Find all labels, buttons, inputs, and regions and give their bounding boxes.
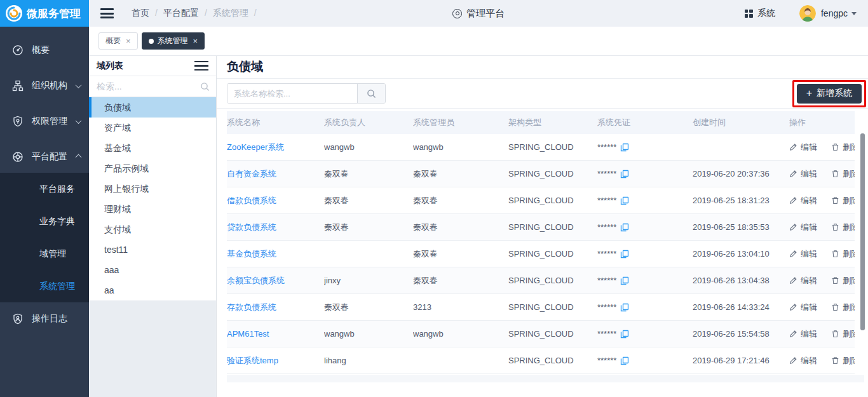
sidebar-item-organization[interactable]: 组织机构 <box>0 70 89 102</box>
edit-button[interactable]: 编辑 <box>789 248 817 260</box>
pencil-icon <box>789 330 797 338</box>
page-tab[interactable]: 系统管理 × <box>142 32 205 50</box>
delete-label: 删除 <box>843 302 855 313</box>
submenu-item[interactable]: 域管理 <box>0 238 89 270</box>
copy-icon[interactable] <box>620 170 629 178</box>
copy-icon[interactable] <box>620 276 629 285</box>
submenu-item[interactable]: 业务字典 <box>0 205 89 238</box>
close-tab-icon[interactable]: × <box>193 37 198 45</box>
trash-icon <box>831 276 839 285</box>
app-logo: 微服务管理 <box>0 0 89 27</box>
system-name-link[interactable]: 存款负债系统 <box>227 302 324 313</box>
row-actions: 编辑 删除 <box>789 328 855 340</box>
submenu-item[interactable]: 系统管理 <box>0 270 89 302</box>
system-name-link[interactable]: 自有资金系统 <box>227 168 324 180</box>
system-admin: 秦双春 <box>413 195 508 206</box>
add-system-button[interactable]: + 新增系统 <box>797 84 862 104</box>
sidebar-item-platform-config[interactable]: 平台配置 <box>0 141 89 173</box>
domain-panel-menu-icon[interactable] <box>194 61 208 71</box>
system-name-link[interactable]: 验证系统temp <box>227 355 324 367</box>
delete-button[interactable]: 删除 <box>831 328 855 340</box>
credential-mask: ****** <box>597 302 616 312</box>
domain-search-input[interactable] <box>89 76 216 97</box>
edit-button[interactable]: 编辑 <box>789 142 817 153</box>
breadcrumb-item[interactable]: 系统管理 <box>213 8 262 19</box>
table-scrollbar-thumb[interactable] <box>860 133 865 330</box>
edit-button[interactable]: 编辑 <box>789 355 817 367</box>
edit-label: 编辑 <box>801 222 817 233</box>
collapse-sidebar-icon[interactable] <box>100 8 114 18</box>
credential-mask: ****** <box>597 142 616 152</box>
created-time: 2019-06-29 17:21:46 <box>693 356 789 365</box>
edit-label: 编辑 <box>801 275 817 286</box>
main-content: 负债域 + 新增系统 <box>217 56 868 397</box>
copy-icon[interactable] <box>620 196 629 205</box>
row-actions: 编辑 删除 <box>789 248 855 260</box>
copy-icon[interactable] <box>620 303 629 312</box>
domain-list-item[interactable]: 理财域 <box>89 199 216 219</box>
system-name-link[interactable]: 借款负债系统 <box>227 195 324 206</box>
domain-list-item[interactable]: 网上银行域 <box>89 178 216 199</box>
system-name-link[interactable]: 贷款负债系统 <box>227 222 324 233</box>
domain-list-item[interactable]: 负债域 <box>89 97 216 118</box>
system-name-link[interactable]: 余额宝负债系统 <box>227 275 324 286</box>
domain-list-item[interactable]: aa <box>89 280 216 300</box>
search-icon <box>367 89 376 98</box>
breadcrumb-item[interactable]: 平台配置 <box>163 8 213 19</box>
delete-button[interactable]: 删除 <box>831 222 855 233</box>
edit-button[interactable]: 编辑 <box>789 328 817 340</box>
page-tab[interactable]: 概要 × <box>98 32 138 50</box>
user-menu-caret-icon[interactable] <box>851 12 857 18</box>
username[interactable]: fengpc <box>821 8 848 18</box>
edit-button[interactable]: 编辑 <box>789 168 817 180</box>
delete-button[interactable]: 删除 <box>831 142 855 153</box>
system-search-button[interactable] <box>357 84 385 103</box>
edit-button[interactable]: 编辑 <box>789 222 817 233</box>
system-owner: jinxy <box>324 276 413 285</box>
breadcrumb: 首页 平台配置 系统管理 <box>132 8 262 19</box>
domain-list-item[interactable]: test11 <box>89 239 216 260</box>
platform-header: 管理平台 <box>452 8 505 20</box>
credential-mask: ****** <box>597 356 616 365</box>
system-admin: 秦双春 <box>413 168 508 180</box>
domain-list-item[interactable]: 支付域 <box>89 219 216 239</box>
copy-icon[interactable] <box>620 356 629 365</box>
avatar-image <box>799 5 816 22</box>
architecture-type: SPRING_CLOUD <box>508 356 597 365</box>
delete-button[interactable]: 删除 <box>831 248 855 260</box>
row-actions: 编辑 删除 <box>789 142 855 153</box>
delete-button[interactable]: 删除 <box>831 168 855 180</box>
edit-button[interactable]: 编辑 <box>789 195 817 206</box>
user-avatar[interactable] <box>799 5 816 22</box>
system-name-link[interactable]: 基金负债系统 <box>227 248 324 260</box>
submenu-item[interactable]: 平台服务 <box>0 173 89 205</box>
system-admin: wangwb <box>413 142 508 152</box>
system-name-link[interactable]: APM61Test <box>227 329 324 339</box>
workspace-grid-icon[interactable] <box>745 10 753 18</box>
edit-label: 编辑 <box>801 195 817 206</box>
edit-button[interactable]: 编辑 <box>789 275 817 286</box>
domain-list-item[interactable]: 资产域 <box>89 118 216 138</box>
domain-list-item[interactable]: 基金域 <box>89 138 216 158</box>
sidebar-item-permission[interactable]: 权限管理 <box>0 105 89 137</box>
workspace-switcher[interactable]: 系统 <box>757 8 775 19</box>
sidebar-item-operation-log[interactable]: 操作日志 <box>0 302 89 335</box>
delete-button[interactable]: 删除 <box>831 195 855 206</box>
domain-list-item[interactable]: aaa <box>89 260 216 280</box>
delete-button[interactable]: 删除 <box>831 275 855 286</box>
delete-button[interactable]: 删除 <box>831 302 855 313</box>
table-header-row: 系统名称 系统负责人 系统管理员 架构类型 系统凭证 创建时间 操作 <box>227 111 855 134</box>
copy-icon[interactable] <box>620 223 629 232</box>
breadcrumb-item[interactable]: 首页 <box>132 8 163 19</box>
edit-button[interactable]: 编辑 <box>789 302 817 313</box>
system-search-input[interactable] <box>227 84 357 103</box>
system-name-link[interactable]: ZooKeeper系统 <box>227 142 324 153</box>
domain-list-item[interactable]: 产品示例域 <box>89 158 216 178</box>
delete-button[interactable]: 删除 <box>831 355 855 367</box>
sidebar-item-overview[interactable]: 概要 <box>0 34 89 66</box>
copy-icon[interactable] <box>620 143 629 152</box>
copy-icon[interactable] <box>620 330 629 339</box>
close-tab-icon[interactable]: × <box>126 37 131 45</box>
copy-icon[interactable] <box>620 250 629 259</box>
domain-panel-header: 域列表 <box>89 56 216 76</box>
